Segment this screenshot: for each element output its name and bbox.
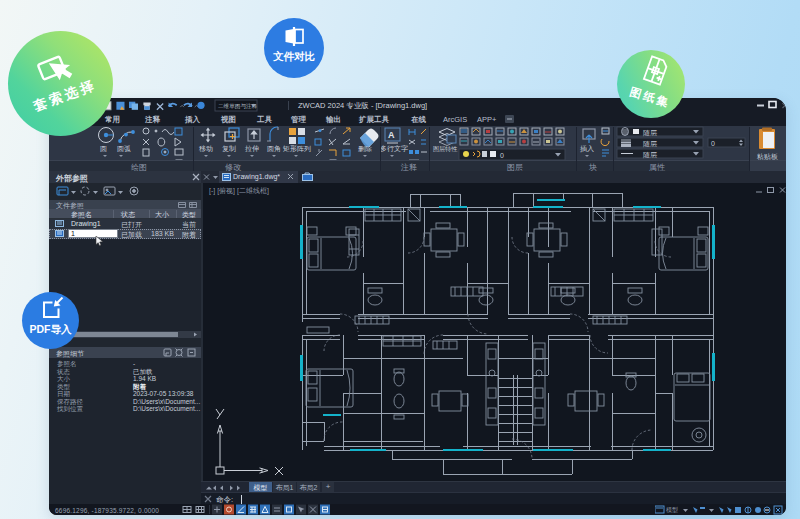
svg-text:ZWCAD 2024 专业版 - [Drawing1.dwg: ZWCAD 2024 专业版 - [Drawing1.dwg] [298, 101, 427, 110]
svg-text:模型: 模型 [666, 506, 678, 514]
svg-text:圆弧: 圆弧 [117, 145, 131, 153]
svg-text:拉伸: 拉伸 [245, 145, 259, 152]
svg-text:套索选择: 套索选择 [30, 77, 98, 114]
svg-text:0: 0 [500, 152, 504, 159]
svg-text:A: A [388, 130, 395, 140]
svg-text:随层: 随层 [643, 129, 657, 137]
svg-text:移动: 移动 [199, 145, 213, 153]
svg-text:矩形阵列: 矩形阵列 [283, 145, 311, 153]
svg-text:0: 0 [711, 140, 715, 147]
svg-text:随层: 随层 [643, 151, 657, 159]
svg-text:随层: 随层 [643, 140, 657, 148]
svg-text:多行文字: 多行文字 [380, 144, 408, 153]
svg-text:PDF导入: PDF导入 [30, 323, 73, 335]
svg-text:插入: 插入 [580, 145, 594, 153]
svg-text:圆: 圆 [100, 145, 107, 153]
svg-text:圆角: 圆角 [267, 145, 281, 153]
svg-text:图纸集: 图纸集 [628, 85, 672, 109]
svg-text:文件对比: 文件对比 [273, 50, 316, 62]
svg-text:图层特性: 图层特性 [433, 146, 458, 153]
svg-text:二维草图与注释: 二维草图与注释 [218, 103, 258, 109]
svg-text:复制: 复制 [222, 145, 236, 153]
svg-text:删除: 删除 [358, 145, 372, 153]
